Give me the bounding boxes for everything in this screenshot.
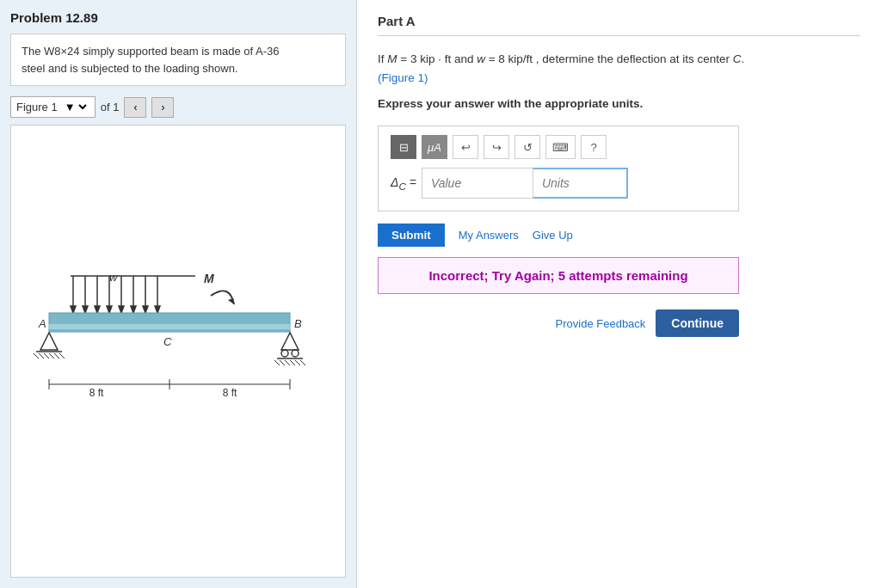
svg-line-38 bbox=[280, 360, 285, 365]
action-row: Submit My Answers Give Up bbox=[378, 224, 860, 247]
answer-box: ⊟ μA ↩ ↪ ↺ ⌨ ? bbox=[378, 126, 739, 211]
undo-icon: ↩ bbox=[461, 141, 471, 154]
figure-area: w M bbox=[10, 125, 346, 578]
reset-button[interactable]: ↺ bbox=[514, 135, 540, 159]
incorrect-box: Incorrect; Try Again; 5 attempts remaini… bbox=[378, 257, 739, 294]
svg-marker-33 bbox=[281, 333, 299, 350]
svg-text:C: C bbox=[163, 335, 172, 348]
problem-description: The W8×24 simply supported beam is made … bbox=[10, 34, 346, 86]
bottom-row: Provide Feedback Continue bbox=[378, 309, 739, 337]
svg-point-34 bbox=[281, 350, 288, 357]
give-up-link[interactable]: Give Up bbox=[533, 229, 573, 242]
svg-marker-2 bbox=[71, 306, 76, 313]
svg-line-39 bbox=[285, 360, 290, 365]
svg-line-37 bbox=[274, 360, 280, 365]
svg-text:A: A bbox=[38, 317, 46, 330]
figure-controls: Figure 1 ▼ of 1 ‹ › bbox=[10, 96, 346, 118]
keyboard-button[interactable]: ⌨ bbox=[545, 135, 576, 159]
svg-line-41 bbox=[295, 360, 300, 365]
svg-line-40 bbox=[290, 360, 295, 365]
svg-line-29 bbox=[44, 353, 49, 358]
svg-text:8 ft: 8 ft bbox=[223, 387, 237, 399]
figure-select[interactable]: Figure 1 ▼ bbox=[10, 96, 95, 118]
value-input[interactable] bbox=[422, 168, 533, 199]
svg-marker-12 bbox=[131, 306, 136, 313]
figure-label: Figure 1 bbox=[16, 101, 58, 113]
redo-button[interactable]: ↪ bbox=[484, 135, 509, 159]
svg-line-42 bbox=[300, 360, 305, 365]
svg-marker-14 bbox=[143, 306, 148, 313]
svg-point-35 bbox=[292, 350, 299, 357]
svg-text:M: M bbox=[204, 272, 214, 285]
redo-icon: ↪ bbox=[492, 141, 502, 154]
svg-text:w: w bbox=[109, 271, 119, 284]
part-title: Part A bbox=[378, 14, 860, 36]
figure-prev-button[interactable]: ‹ bbox=[124, 97, 146, 118]
toolbar: ⊟ μA ↩ ↪ ↺ ⌨ ? bbox=[391, 135, 726, 159]
express-label: Express your answer with the appropriate… bbox=[378, 97, 860, 110]
help-button[interactable]: ? bbox=[581, 135, 607, 159]
mu-button[interactable]: μA bbox=[422, 135, 447, 159]
provide-feedback-link[interactable]: Provide Feedback bbox=[556, 317, 646, 330]
submit-button[interactable]: Submit bbox=[378, 224, 445, 247]
svg-text:B: B bbox=[294, 317, 302, 330]
beam-figure: w M bbox=[23, 257, 333, 446]
figure-of-label: of 1 bbox=[101, 101, 120, 113]
svg-marker-16 bbox=[155, 306, 160, 313]
description-text: The W8×24 simply supported beam is made … bbox=[22, 45, 280, 75]
figure-dropdown[interactable]: ▼ bbox=[61, 100, 89, 114]
mu-icon: μA bbox=[428, 141, 441, 154]
svg-line-28 bbox=[39, 353, 44, 358]
svg-line-27 bbox=[34, 353, 39, 358]
svg-line-30 bbox=[49, 353, 54, 358]
units-input[interactable] bbox=[533, 168, 628, 199]
svg-marker-25 bbox=[40, 333, 58, 350]
input-row: ΔC = bbox=[391, 168, 726, 199]
continue-button[interactable]: Continue bbox=[656, 309, 739, 337]
left-panel: Problem 12.89 The W8×24 simply supported… bbox=[0, 0, 357, 588]
svg-line-32 bbox=[59, 353, 65, 358]
undo-button[interactable]: ↩ bbox=[453, 135, 478, 159]
right-panel: Part A If M = 3 kip · ft and w = 8 kip/f… bbox=[357, 0, 881, 588]
svg-marker-4 bbox=[83, 306, 88, 313]
reset-icon: ↺ bbox=[523, 141, 533, 154]
problem-title: Problem 12.89 bbox=[10, 10, 346, 25]
svg-marker-10 bbox=[119, 306, 124, 313]
svg-line-31 bbox=[54, 353, 59, 358]
grid-icon-button[interactable]: ⊟ bbox=[391, 135, 416, 159]
svg-text:8 ft: 8 ft bbox=[89, 387, 104, 399]
part-question: If M = 3 kip · ft and w = 8 kip/ft , det… bbox=[378, 50, 860, 87]
delta-label: ΔC = bbox=[391, 175, 416, 192]
help-icon: ? bbox=[590, 141, 596, 154]
svg-marker-19 bbox=[228, 298, 234, 304]
my-answers-link[interactable]: My Answers bbox=[459, 229, 519, 242]
grid-icon: ⊟ bbox=[399, 141, 409, 154]
keyboard-icon: ⌨ bbox=[552, 141, 569, 154]
figure-link[interactable]: (Figure 1) bbox=[378, 71, 428, 84]
figure-next-button[interactable]: › bbox=[151, 97, 174, 118]
svg-marker-6 bbox=[95, 306, 100, 313]
svg-marker-8 bbox=[107, 306, 112, 313]
svg-rect-21 bbox=[49, 324, 290, 329]
